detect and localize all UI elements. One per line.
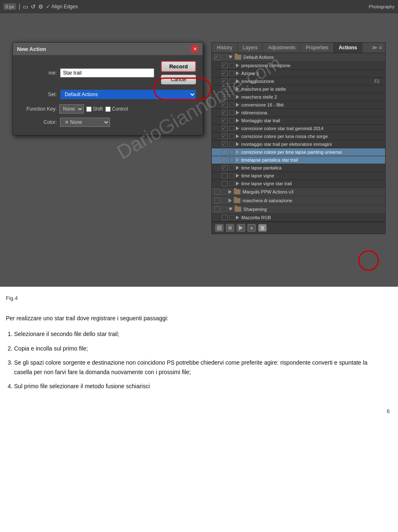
item-indicator	[229, 79, 234, 84]
action-item-highlighted-red[interactable]: timelapse pantalica star trail	[212, 156, 385, 164]
item-expand	[236, 118, 239, 123]
item-indicator	[229, 110, 234, 115]
align-edges-checkbox[interactable]: ✓ Align Edges	[46, 4, 78, 10]
group-indicator	[222, 207, 227, 212]
item-name: ridimensiona	[241, 110, 383, 115]
group-sharpening[interactable]: Sharpening	[212, 205, 385, 214]
set-row: Set: Default Actions	[19, 89, 196, 99]
add-icon: +	[250, 225, 253, 231]
item-indicator	[229, 63, 234, 68]
item-expand	[236, 134, 239, 138]
button-group: Record Cancel	[161, 61, 196, 85]
item-indicator	[229, 215, 234, 220]
gear-icon: ⚙	[38, 3, 44, 10]
action-item[interactable]: time lapse pantalica	[212, 164, 385, 172]
item-expand	[236, 142, 239, 146]
item-indicator	[229, 181, 234, 186]
group-default-actions[interactable]: Default Actions	[212, 53, 385, 62]
main-photoshop-area: New Action ✕ me: Record Cancel Set: Defa…	[0, 13, 398, 287]
item-indicator	[229, 173, 234, 178]
folder-icon	[235, 207, 241, 212]
group-check	[214, 54, 220, 60]
item-indicator	[229, 102, 234, 107]
stop-button[interactable]	[215, 224, 223, 232]
group-indicator	[222, 198, 227, 203]
cancel-button[interactable]: Cancel	[161, 75, 196, 85]
action-item[interactable]: Azione 1	[212, 70, 385, 77]
item-name: time lapse vigne star trail	[241, 181, 383, 186]
tab-properties[interactable]: Properties	[301, 43, 334, 53]
action-item[interactable]: montaggio star trail per eleboratore imm…	[212, 140, 385, 148]
tab-history[interactable]: History	[212, 43, 238, 53]
group-expand-icon	[228, 56, 233, 59]
group-name: Sharpening	[243, 207, 383, 212]
group-indicator	[222, 189, 227, 194]
action-item[interactable]: maschera stelle 2	[212, 93, 385, 101]
action-item[interactable]: time lapse vigne	[212, 172, 385, 180]
toolbar-separator: |	[19, 3, 20, 10]
group-margulis[interactable]: Margulis PPW Actions v3	[212, 188, 385, 196]
item-check-empty	[222, 215, 228, 220]
action-item[interactable]: time lapse vigne star trail	[212, 180, 385, 188]
item-check	[222, 102, 228, 108]
tab-adjustments[interactable]: Adjustments	[263, 43, 301, 53]
set-label: Set:	[19, 92, 57, 97]
name-row: me: Record Cancel	[19, 61, 196, 85]
action-item[interactable]: preparazione correzione	[212, 62, 385, 70]
item-name: preparazione correzione	[241, 63, 383, 68]
item-expand	[236, 126, 239, 131]
record-dot-button[interactable]	[226, 224, 234, 232]
item-check	[222, 165, 228, 171]
name-input[interactable]	[60, 68, 154, 77]
item-expand	[236, 158, 239, 162]
dialog-body: me: Record Cancel Set: Default Actions F…	[13, 55, 203, 135]
action-item[interactable]: conversione 16 - 8bit	[212, 101, 385, 109]
group-check	[214, 198, 220, 203]
group-expand-icon	[228, 208, 233, 211]
function-key-row: Function Key: None Shift Control	[19, 104, 196, 114]
list-item-2: Copia e incolla sul primo file;	[14, 344, 386, 353]
control-checkbox[interactable]	[105, 106, 111, 112]
item-expand	[236, 150, 239, 154]
action-item[interactable]: Mazzetta RGB	[212, 214, 385, 222]
action-item[interactable]: sovrapposizione F2	[212, 77, 385, 85]
shift-checkbox[interactable]	[86, 106, 92, 112]
tab-actions[interactable]: Actions	[334, 43, 362, 53]
item-check-red	[222, 157, 228, 163]
record-button[interactable]: Record	[161, 61, 196, 72]
item-expand	[236, 174, 239, 178]
function-key-select[interactable]: None	[59, 104, 84, 114]
add-action-button[interactable]: +	[248, 224, 256, 232]
control-checkbox-label[interactable]: Control	[105, 106, 128, 112]
tab-layers[interactable]: Layers	[238, 43, 263, 53]
trash-icon: 🗑	[260, 225, 265, 230]
action-item[interactable]: correzione colore per luna rossa che sor…	[212, 133, 385, 140]
action-item[interactable]: ridimensiona	[212, 109, 385, 117]
dialog-close-button[interactable]: ✕	[191, 45, 199, 53]
group-name: Margulis PPW Actions v3	[243, 189, 383, 194]
item-name: timelapse pantalica star trail	[241, 157, 383, 162]
group-expand-icon	[228, 190, 232, 194]
item-expand	[236, 63, 239, 68]
item-indicator	[229, 71, 234, 76]
action-item[interactable]: correzione colore star trail geminidi 20…	[212, 125, 385, 133]
item-check	[222, 94, 228, 100]
group-indicator	[222, 55, 227, 60]
position-input[interactable]: 0 px	[3, 3, 16, 10]
play-button[interactable]	[237, 224, 245, 232]
item-name: Azione 1	[241, 71, 383, 76]
shift-checkbox-label[interactable]: Shift	[86, 106, 103, 112]
delete-action-button[interactable]: 🗑	[258, 224, 267, 232]
dialog-titlebar: New Action ✕	[13, 43, 203, 55]
color-select[interactable]: ✕ None	[60, 118, 110, 127]
action-item[interactable]: maschera per le stelle	[212, 85, 385, 93]
group-maschera[interactable]: maschera di saturazione	[212, 196, 385, 205]
folder-icon	[234, 189, 240, 194]
item-check	[222, 78, 228, 84]
action-item[interactable]: Montaggio star trail	[212, 117, 385, 125]
stop-icon	[217, 225, 222, 230]
panel-more[interactable]: ≫ ≡	[369, 43, 385, 53]
item-check	[222, 141, 228, 147]
action-item-highlighted[interactable]: correzione colore per time lapse paintin…	[212, 148, 385, 156]
set-select[interactable]: Default Actions	[60, 89, 196, 99]
